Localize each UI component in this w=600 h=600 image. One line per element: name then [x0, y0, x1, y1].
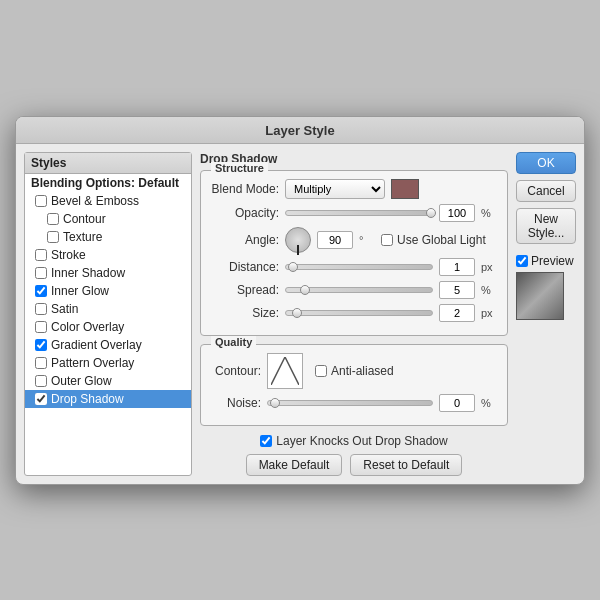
opacity-unit: %: [481, 207, 497, 219]
styles-panel: Styles Blending Options: Default Bevel &…: [24, 152, 192, 476]
distance-unit: px: [481, 261, 497, 273]
opacity-label: Opacity:: [211, 206, 279, 220]
size-label: Size:: [211, 306, 279, 320]
sidebar-item-texture[interactable]: Texture: [25, 228, 191, 246]
styles-list: Blending Options: Default Bevel & Emboss…: [25, 174, 191, 408]
action-buttons: OK Cancel New Style... Preview: [516, 152, 576, 476]
structure-section: Structure Blend Mode: Multiply Opacity:: [200, 170, 508, 336]
color-overlay-checkbox[interactable]: [35, 321, 47, 333]
make-default-button[interactable]: Make Default: [246, 454, 343, 476]
outer-glow-checkbox[interactable]: [35, 375, 47, 387]
angle-row: Angle: ° Use Global Light: [211, 227, 497, 253]
layer-knocks-label[interactable]: Layer Knocks Out Drop Shadow: [260, 434, 447, 448]
size-unit: px: [481, 307, 497, 319]
blend-mode-label: Blend Mode:: [211, 182, 279, 196]
svg-rect-0: [271, 357, 299, 385]
preview-label[interactable]: Preview: [516, 254, 576, 268]
sidebar-item-color-overlay[interactable]: Color Overlay: [25, 318, 191, 336]
gradient-overlay-checkbox[interactable]: [35, 339, 47, 351]
preview-thumbnail: [516, 272, 564, 320]
contour-label: Contour:: [211, 364, 261, 378]
angle-dial[interactable]: [285, 227, 311, 253]
contour-checkbox[interactable]: [47, 213, 59, 225]
angle-input[interactable]: [317, 231, 353, 249]
distance-label: Distance:: [211, 260, 279, 274]
preview-area: Preview: [516, 254, 576, 320]
anti-aliased-label[interactable]: Anti-aliased: [315, 364, 394, 378]
bottom-buttons: Make Default Reset to Default: [200, 454, 508, 476]
pattern-overlay-checkbox[interactable]: [35, 357, 47, 369]
sidebar-item-satin[interactable]: Satin: [25, 300, 191, 318]
spread-slider[interactable]: [285, 283, 433, 297]
sidebar-item-gradient-overlay[interactable]: Gradient Overlay: [25, 336, 191, 354]
shadow-color-swatch[interactable]: [391, 179, 419, 199]
new-style-button[interactable]: New Style...: [516, 208, 576, 244]
contour-row: Contour: Anti-aliased: [211, 353, 497, 389]
layer-knocks-row: Layer Knocks Out Drop Shadow: [200, 434, 508, 448]
title-text: Layer Style: [265, 123, 334, 138]
noise-unit: %: [481, 397, 497, 409]
size-input[interactable]: [439, 304, 475, 322]
angle-label: Angle:: [211, 233, 279, 247]
texture-checkbox[interactable]: [47, 231, 59, 243]
dialog-title: Layer Style: [16, 117, 584, 144]
spread-label: Spread:: [211, 283, 279, 297]
styles-panel-header: Styles: [25, 153, 191, 174]
opacity-input[interactable]: [439, 204, 475, 222]
blend-mode-select[interactable]: Multiply: [285, 179, 385, 199]
spread-row: Spread: %: [211, 281, 497, 299]
layer-style-dialog: Layer Style Styles Blending Options: Def…: [15, 116, 585, 485]
drop-shadow-checkbox[interactable]: [35, 393, 47, 405]
sidebar-item-stroke[interactable]: Stroke: [25, 246, 191, 264]
sidebar-item-outer-glow[interactable]: Outer Glow: [25, 372, 191, 390]
quality-title: Quality: [211, 336, 256, 348]
cancel-button[interactable]: Cancel: [516, 180, 576, 202]
blend-mode-row: Blend Mode: Multiply: [211, 179, 497, 199]
inner-shadow-checkbox[interactable]: [35, 267, 47, 279]
preview-checkbox[interactable]: [516, 255, 528, 267]
reset-default-button[interactable]: Reset to Default: [350, 454, 462, 476]
stroke-checkbox[interactable]: [35, 249, 47, 261]
noise-row: Noise: %: [211, 394, 497, 412]
sidebar-item-pattern-overlay[interactable]: Pattern Overlay: [25, 354, 191, 372]
angle-unit: °: [359, 234, 375, 246]
satin-checkbox[interactable]: [35, 303, 47, 315]
size-slider[interactable]: [285, 306, 433, 320]
sidebar-item-bevel-emboss[interactable]: Bevel & Emboss: [25, 192, 191, 210]
spread-input[interactable]: [439, 281, 475, 299]
sidebar-item-blending-options[interactable]: Blending Options: Default: [25, 174, 191, 192]
distance-row: Distance: px: [211, 258, 497, 276]
noise-input[interactable]: [439, 394, 475, 412]
quality-section: Quality Contour: Anti-aliased: [200, 344, 508, 426]
inner-glow-checkbox[interactable]: [35, 285, 47, 297]
drop-shadow-panel: Drop Shadow Structure Blend Mode: Multip…: [200, 152, 508, 476]
layer-knocks-checkbox[interactable]: [260, 435, 272, 447]
anti-aliased-checkbox[interactable]: [315, 365, 327, 377]
bevel-emboss-checkbox[interactable]: [35, 195, 47, 207]
noise-label: Noise:: [211, 396, 261, 410]
distance-input[interactable]: [439, 258, 475, 276]
opacity-slider-container[interactable]: [285, 206, 433, 220]
contour-preview[interactable]: [267, 353, 303, 389]
sidebar-item-drop-shadow[interactable]: Drop Shadow: [25, 390, 191, 408]
size-row: Size: px: [211, 304, 497, 322]
distance-slider[interactable]: [285, 260, 433, 274]
sidebar-item-contour[interactable]: Contour: [25, 210, 191, 228]
spread-unit: %: [481, 284, 497, 296]
sidebar-item-inner-glow[interactable]: Inner Glow: [25, 282, 191, 300]
noise-slider[interactable]: [267, 396, 433, 410]
use-global-light-checkbox[interactable]: [381, 234, 393, 246]
ok-button[interactable]: OK: [516, 152, 576, 174]
opacity-row: Opacity: %: [211, 204, 497, 222]
use-global-light-label[interactable]: Use Global Light: [381, 233, 486, 247]
structure-title: Structure: [211, 162, 268, 174]
sidebar-item-inner-shadow[interactable]: Inner Shadow: [25, 264, 191, 282]
